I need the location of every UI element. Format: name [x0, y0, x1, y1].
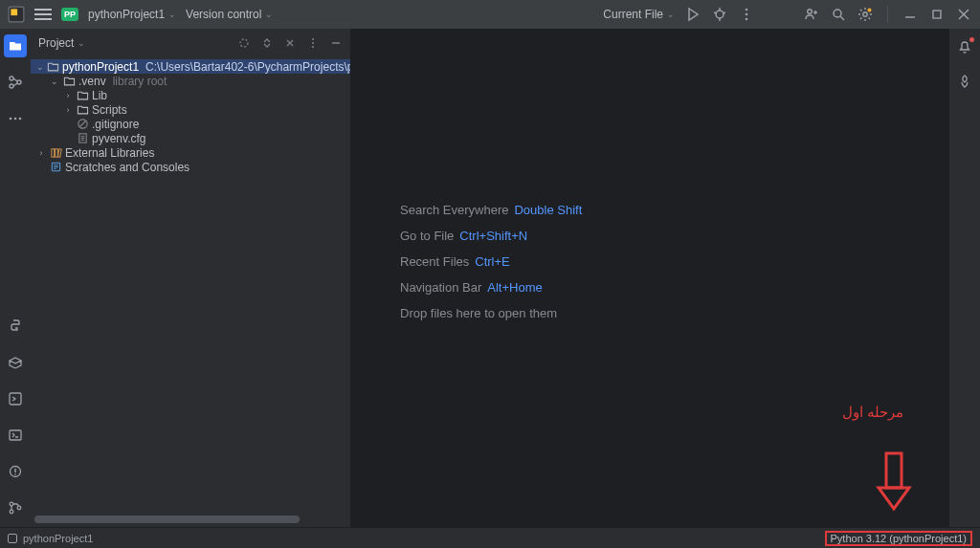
right-tool-rail [949, 29, 980, 527]
python-packages-button[interactable] [4, 351, 27, 374]
tree-item[interactable]: ›External Libraries [31, 145, 350, 160]
panel-options-button[interactable] [306, 36, 320, 50]
close-window-button[interactable] [955, 6, 972, 23]
separator [887, 6, 888, 23]
file-lines-icon [76, 132, 89, 144]
svg-point-40 [312, 46, 314, 48]
interpreter-selector[interactable]: Python 3.12 (pythonProject1) [825, 531, 972, 546]
svg-line-5 [714, 12, 717, 13]
tree-item-label: .venv [78, 75, 106, 88]
welcome-hint-label: Recent Files [400, 249, 469, 274]
tool-windows-quick-access-button[interactable] [8, 534, 17, 543]
select-opened-file-button[interactable] [237, 36, 251, 50]
statusbar-project-label[interactable]: pythonProject1 [23, 533, 93, 544]
tree-item[interactable]: ›Scripts [31, 102, 350, 117]
project-tool-button[interactable] [4, 34, 27, 57]
svg-line-43 [79, 121, 86, 127]
svg-line-14 [840, 16, 844, 20]
annotation-text: مرحله اول [842, 404, 903, 421]
project-name-dropdown[interactable]: pythonProject1 ⌄ [88, 8, 176, 21]
expand-all-button[interactable] [260, 36, 274, 50]
version-control-button[interactable] [4, 496, 27, 519]
hide-panel-button[interactable] [329, 36, 343, 50]
svg-line-25 [13, 83, 17, 86]
svg-point-34 [10, 502, 13, 506]
tree-item-label: .gitignore [92, 118, 139, 131]
svg-rect-18 [933, 11, 941, 18]
svg-rect-50 [57, 149, 61, 158]
svg-line-24 [13, 78, 17, 81]
project-panel-title-dropdown[interactable]: Project ⌄ [38, 36, 85, 50]
collapse-all-button[interactable] [283, 36, 297, 50]
chevron-down-icon: ⌄ [667, 10, 675, 19]
horizontal-scrollbar[interactable] [34, 515, 346, 523]
services-button[interactable] [4, 387, 27, 410]
more-tools-button[interactable] [4, 107, 27, 130]
welcome-hint-label: Navigation Bar [400, 274, 481, 300]
minimize-window-button[interactable] [902, 6, 919, 23]
project-tree[interactable]: ⌄pythonProject1C:\Users\Bartar402-6\Pych… [31, 57, 350, 515]
svg-point-26 [10, 118, 12, 121]
project-badge-icon: PP [61, 8, 78, 21]
welcome-hint-row: Go to File Ctrl+Shift+N [400, 223, 582, 249]
notifications-button[interactable] [954, 36, 975, 57]
folder-icon [47, 60, 59, 73]
project-panel: Project ⌄ ⌄pythonProject1C:\Users\Bartar… [31, 29, 351, 527]
code-with-me-button[interactable] [803, 6, 820, 23]
tree-item-label: Scripts [92, 103, 127, 117]
svg-rect-49 [55, 149, 57, 157]
welcome-hint-label: Drop files here to open them [400, 300, 557, 326]
svg-point-38 [312, 38, 314, 40]
svg-point-35 [10, 510, 13, 514]
welcome-hint-row: Search Everywhere Double Shift [400, 197, 582, 223]
folder-icon [76, 89, 89, 101]
tree-item-hint: library root [113, 75, 167, 88]
welcome-hint-label: Go to File [400, 223, 454, 249]
run-config-label: Current File [603, 8, 663, 21]
expand-arrow-icon[interactable]: › [63, 105, 73, 115]
ai-assistant-button[interactable] [954, 71, 975, 92]
chevron-down-icon: ⌄ [265, 10, 273, 19]
expand-arrow-icon[interactable]: › [36, 148, 46, 158]
main-menu-button[interactable] [34, 6, 52, 23]
tree-item[interactable]: ⌄pythonProject1C:\Users\Bartar402-6\Pych… [31, 59, 350, 74]
svg-point-16 [868, 9, 872, 12]
more-actions-button[interactable] [738, 6, 755, 23]
structure-tool-button[interactable] [4, 71, 27, 94]
svg-point-28 [19, 118, 22, 121]
file-ignore-icon [76, 118, 89, 130]
version-control-label: Version control [186, 8, 261, 21]
tree-item[interactable]: pyvenv.cfg [31, 131, 350, 145]
tree-item[interactable]: Scratches and Consoles [31, 160, 350, 174]
svg-point-8 [746, 13, 748, 16]
run-config-dropdown[interactable]: Current File ⌄ [603, 8, 675, 21]
restore-window-button[interactable] [928, 6, 946, 23]
chevron-down-icon: ⌄ [168, 10, 176, 19]
tree-item[interactable]: ⌄.venvlibrary root [31, 74, 350, 88]
expand-arrow-icon[interactable]: › [63, 91, 73, 100]
welcome-hint-row: Drop files here to open them [400, 300, 582, 326]
python-console-button[interactable] [4, 315, 27, 338]
svg-point-13 [834, 10, 841, 17]
lib-icon [49, 146, 62, 159]
svg-point-7 [746, 9, 748, 11]
problems-button[interactable] [4, 460, 27, 483]
editor-area[interactable]: Search Everywhere Double ShiftGo to File… [351, 29, 949, 527]
version-control-dropdown[interactable]: Version control ⌄ [186, 8, 273, 21]
folder-icon [62, 75, 76, 87]
welcome-hints: Search Everywhere Double ShiftGo to File… [400, 197, 582, 326]
terminal-button[interactable] [4, 424, 27, 447]
expand-arrow-icon[interactable]: ⌄ [36, 62, 44, 72]
settings-button[interactable] [857, 6, 874, 23]
scratch-icon [49, 161, 62, 173]
tree-item-label: External Libraries [65, 146, 154, 160]
svg-point-10 [808, 10, 813, 14]
tree-item[interactable]: ›Lib [31, 88, 350, 102]
left-tool-rail [0, 29, 31, 527]
scrollbar-thumb[interactable] [34, 515, 300, 523]
expand-arrow-icon[interactable]: ⌄ [50, 77, 59, 86]
tree-item[interactable]: .gitignore [31, 117, 350, 131]
search-everywhere-button[interactable] [830, 6, 847, 23]
run-button[interactable] [684, 6, 702, 23]
debug-button[interactable] [711, 6, 728, 23]
